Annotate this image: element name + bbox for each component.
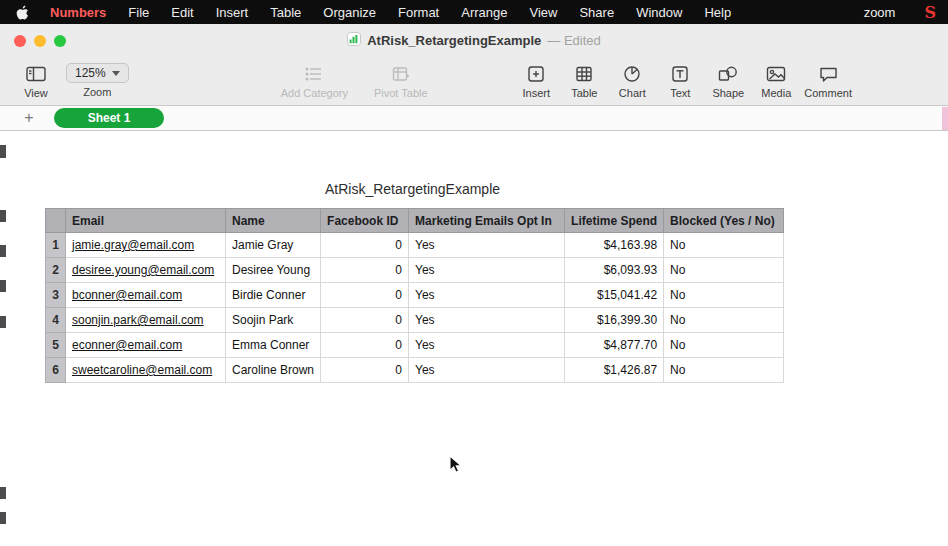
cell-name[interactable]: Caroline Brown (226, 358, 321, 383)
table-row: 2desiree.young@email.comDesiree Young0Ye… (46, 258, 784, 283)
cell-opt-in[interactable]: Yes (409, 308, 565, 333)
shape-button[interactable]: Shape (708, 63, 748, 99)
table-row: 1jamie.gray@email.comJamie Gray0Yes$4,16… (46, 233, 784, 258)
table-corner[interactable] (46, 209, 66, 233)
media-button[interactable]: Media (756, 63, 796, 99)
add-category-button: Add Category (281, 63, 348, 99)
chevron-down-icon (112, 71, 120, 76)
table-row: 5econner@email.comEmma Conner0Yes$4,877.… (46, 333, 784, 358)
view-button[interactable]: View (16, 63, 56, 99)
menu-item-edit[interactable]: Edit (160, 5, 204, 20)
cell-lifetime-spend[interactable]: $4,163.98 (565, 233, 664, 258)
cell-blocked[interactable]: No (664, 233, 784, 258)
column-header-blocked-yes-no[interactable]: Blocked (Yes / No) (664, 209, 784, 233)
chart-button[interactable]: Chart (612, 63, 652, 99)
menu-item-file[interactable]: File (117, 5, 160, 20)
column-header-facebook-id[interactable]: Facebook ID (321, 209, 409, 233)
table-button[interactable]: Table (564, 63, 604, 99)
menu-item-table[interactable]: Table (259, 5, 312, 20)
table-row: 3bconner@email.comBirdie Conner0Yes$15,0… (46, 283, 784, 308)
cell-opt-in[interactable]: Yes (409, 233, 565, 258)
text-button[interactable]: Text (660, 63, 700, 99)
row-number[interactable]: 4 (46, 308, 66, 333)
menu-app-name[interactable]: Numbers (39, 5, 117, 20)
cell-email[interactable]: sweetcaroline@email.com (66, 358, 226, 383)
menu-item-organize[interactable]: Organize (312, 5, 387, 20)
media-icon (766, 63, 786, 85)
pivot-table-button: Pivot Table (374, 63, 428, 99)
cell-email[interactable]: jamie.gray@email.com (66, 233, 226, 258)
chart-icon (623, 63, 641, 85)
cell-opt-in[interactable]: Yes (409, 333, 565, 358)
cell-name[interactable]: Emma Conner (226, 333, 321, 358)
cell-facebook-id[interactable]: 0 (321, 283, 409, 308)
cell-name[interactable]: Desiree Young (226, 258, 321, 283)
menu-item-zoom-status[interactable]: zoom (853, 5, 907, 20)
row-number[interactable]: 1 (46, 233, 66, 258)
column-header-name[interactable]: Name (226, 209, 321, 233)
tab-sheet-1[interactable]: Sheet 1 (54, 108, 164, 128)
menu-item-format[interactable]: Format (387, 5, 450, 20)
pivot-table-label: Pivot Table (374, 87, 428, 99)
cell-email[interactable]: econner@email.com (66, 333, 226, 358)
menu-item-window[interactable]: Window (625, 5, 693, 20)
data-table: EmailNameFacebook IDMarketing Emails Opt… (45, 208, 784, 383)
comment-icon (819, 63, 838, 85)
cell-blocked[interactable]: No (664, 283, 784, 308)
cell-blocked[interactable]: No (664, 358, 784, 383)
menu-item-share[interactable]: Share (568, 5, 625, 20)
cell-name[interactable]: Soojin Park (226, 308, 321, 333)
cell-lifetime-spend[interactable]: $1,426.87 (565, 358, 664, 383)
pivot-table-icon (392, 63, 410, 85)
menu-item-insert[interactable]: Insert (205, 5, 260, 20)
zoom-dropdown[interactable]: 125% (66, 63, 129, 83)
cell-lifetime-spend[interactable]: $15,041.42 (565, 283, 664, 308)
column-header-lifetime-spend[interactable]: Lifetime Spend (565, 209, 664, 233)
cell-opt-in[interactable]: Yes (409, 358, 565, 383)
row-number[interactable]: 3 (46, 283, 66, 308)
cell-blocked[interactable]: No (664, 333, 784, 358)
edge-artifact (0, 145, 6, 158)
cell-email[interactable]: desiree.young@email.com (66, 258, 226, 283)
zoom-value: 125% (75, 66, 106, 80)
menu-item-help[interactable]: Help (693, 5, 742, 20)
toolbar: View 125% Zoom Add Category Pivot Table (0, 58, 948, 106)
insert-button[interactable]: Insert (516, 63, 556, 99)
comment-button[interactable]: Comment (804, 63, 852, 99)
row-number[interactable]: 5 (46, 333, 66, 358)
cell-lifetime-spend[interactable]: $6,093.93 (565, 258, 664, 283)
status-s-logo-icon[interactable]: S (924, 3, 936, 22)
mouse-cursor (449, 455, 463, 479)
insert-icon (527, 63, 545, 85)
cell-facebook-id[interactable]: 0 (321, 333, 409, 358)
cell-email[interactable]: soonjin.park@email.com (66, 308, 226, 333)
view-sidebar-icon (26, 63, 46, 85)
row-number[interactable]: 2 (46, 258, 66, 283)
row-number[interactable]: 6 (46, 358, 66, 383)
cell-name[interactable]: Birdie Conner (226, 283, 321, 308)
cell-facebook-id[interactable]: 0 (321, 358, 409, 383)
cell-name[interactable]: Jamie Gray (226, 233, 321, 258)
table-label: Table (571, 87, 597, 99)
add-sheet-button[interactable]: + (20, 109, 38, 127)
comment-label: Comment (804, 87, 852, 99)
cell-lifetime-spend[interactable]: $4,877.70 (565, 333, 664, 358)
menu-item-arrange[interactable]: Arrange (450, 5, 518, 20)
cell-blocked[interactable]: No (664, 308, 784, 333)
cell-facebook-id[interactable]: 0 (321, 308, 409, 333)
table-icon (575, 63, 593, 85)
menu-item-view[interactable]: View (518, 5, 568, 20)
table-title[interactable]: AtRisk_RetargetingExample (45, 181, 780, 197)
cell-facebook-id[interactable]: 0 (321, 258, 409, 283)
column-header-email[interactable]: Email (66, 209, 226, 233)
add-category-label: Add Category (281, 87, 348, 99)
cell-lifetime-spend[interactable]: $16,399.30 (565, 308, 664, 333)
document-canvas[interactable]: AtRisk_RetargetingExample EmailNameFaceb… (0, 131, 948, 545)
cell-blocked[interactable]: No (664, 258, 784, 283)
cell-opt-in[interactable]: Yes (409, 258, 565, 283)
apple-menu-icon[interactable] (12, 5, 39, 20)
cell-opt-in[interactable]: Yes (409, 283, 565, 308)
cell-facebook-id[interactable]: 0 (321, 233, 409, 258)
column-header-marketing-emails-opt-in[interactable]: Marketing Emails Opt In (409, 209, 565, 233)
cell-email[interactable]: bconner@email.com (66, 283, 226, 308)
